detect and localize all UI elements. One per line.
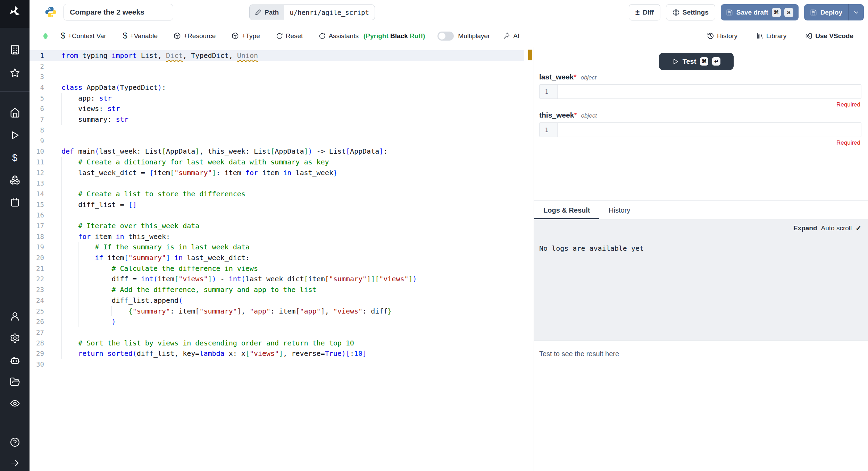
- add-type-button[interactable]: +Type: [232, 32, 260, 40]
- diff-button[interactable]: ± Diff: [629, 4, 660, 20]
- code-line[interactable]: [61, 71, 519, 82]
- code-lines[interactable]: from typing import List, Dict, TypedDict…: [61, 50, 519, 370]
- input-edit-area[interactable]: [558, 85, 861, 99]
- reset-button[interactable]: Reset: [276, 32, 303, 40]
- users-person-icon[interactable]: [0, 309, 30, 323]
- required-asterisk: *: [574, 111, 577, 119]
- topbar: Compare the 2 weeks Path u/henri/agile_s…: [30, 0, 868, 25]
- code-line[interactable]: # If the summary is in last_week data: [61, 242, 519, 252]
- code-line[interactable]: def main(last_week: List[AppData], this_…: [61, 146, 519, 157]
- tab-history[interactable]: History: [609, 201, 630, 220]
- line-number: 6: [30, 103, 44, 114]
- use-vscode-button[interactable]: Use VScode: [805, 32, 853, 40]
- dollar-icon: $: [123, 31, 127, 41]
- code-line[interactable]: diff_list.append(: [61, 295, 519, 306]
- pencil-icon: [255, 9, 261, 16]
- code-line[interactable]: [61, 210, 519, 221]
- line-number: 18: [30, 231, 44, 242]
- path-label-segment[interactable]: Path: [250, 5, 284, 20]
- workers-bot-icon[interactable]: [0, 353, 30, 367]
- audit-eye-icon[interactable]: [0, 396, 30, 410]
- last-week-json-input[interactable]: 1: [539, 84, 861, 99]
- variables-dollar-icon[interactable]: $: [0, 151, 30, 165]
- play-icon: [672, 58, 679, 65]
- schedules-calendar-icon[interactable]: [0, 195, 30, 209]
- test-button[interactable]: Test ⌘ ↵: [659, 53, 734, 70]
- save-draft-button[interactable]: Save draft ⌘ S: [721, 4, 799, 20]
- input-line-number: 1: [540, 123, 558, 137]
- code-line[interactable]: for item in this_week:: [61, 231, 519, 242]
- code-line[interactable]: # Sort the list by views in descending o…: [61, 338, 519, 349]
- input-edit-area[interactable]: [558, 123, 861, 137]
- code-line[interactable]: return sorted(diff_list, key=lambda x: x…: [61, 348, 519, 359]
- code-line[interactable]: summary: str: [61, 114, 519, 125]
- deploy-label: Deploy: [820, 9, 842, 16]
- folders-icon[interactable]: [0, 375, 30, 389]
- path-value[interactable]: u/henri/agile_script: [284, 5, 375, 20]
- gear-icon: [673, 9, 679, 16]
- code-editor[interactable]: 1234567891011121314151617181920212223242…: [30, 47, 533, 471]
- multiplayer-label: Multiplayer: [458, 32, 490, 40]
- pyright-status: Pyright: [366, 32, 388, 40]
- code-line[interactable]: [61, 178, 519, 189]
- windmill-logo-icon[interactable]: [0, 5, 30, 18]
- resources-boxes-icon[interactable]: [0, 173, 30, 187]
- code-line[interactable]: [61, 327, 519, 338]
- add-context-var-button[interactable]: $ +Context Var: [61, 31, 106, 41]
- line-number: 17: [30, 221, 44, 231]
- auto-scroll-toggle[interactable]: Auto scroll: [821, 224, 852, 232]
- code-line[interactable]: [61, 359, 519, 370]
- favorites-star-icon[interactable]: [0, 66, 30, 80]
- code-line[interactable]: [61, 61, 519, 72]
- code-line[interactable]: # Create a dictionary for last_week data…: [61, 157, 519, 168]
- line-number: 2: [30, 61, 44, 72]
- line-number: 15: [30, 199, 44, 210]
- add-variable-button[interactable]: $ +Variable: [123, 31, 158, 41]
- code-line[interactable]: # Calculate the difference in views: [61, 263, 519, 274]
- settings-gear-icon[interactable]: [0, 331, 30, 345]
- code-line[interactable]: diff = int(item["views"]) - int(last_wee…: [61, 274, 519, 284]
- deploy-dropdown-button[interactable]: [849, 4, 864, 20]
- ai-button[interactable]: AI: [503, 32, 519, 40]
- editor-toolbar: $ +Context Var $ +Variable +Resource +Ty…: [30, 25, 868, 47]
- code-line[interactable]: [61, 136, 519, 146]
- check-icon[interactable]: ✓: [856, 224, 861, 232]
- expand-button[interactable]: Expand: [793, 224, 817, 232]
- this-week-json-input[interactable]: 1: [539, 122, 861, 137]
- code-line[interactable]: # Create a list to store the differences: [61, 189, 519, 199]
- paren-close: ): [423, 32, 425, 40]
- script-title-input[interactable]: Compare the 2 weeks: [64, 4, 173, 20]
- code-line[interactable]: # Iterate over this_week data: [61, 221, 519, 231]
- history-button[interactable]: History: [707, 32, 737, 40]
- code-line[interactable]: ): [61, 316, 519, 327]
- code-line[interactable]: # Add the difference, summary and app to…: [61, 284, 519, 295]
- code-line[interactable]: {"summary": item["summary"], "app": item…: [61, 306, 519, 317]
- code-line[interactable]: [61, 125, 519, 136]
- deploy-button[interactable]: Deploy: [804, 4, 848, 20]
- add-resource-button[interactable]: +Resource: [174, 32, 216, 40]
- help-icon[interactable]: [0, 435, 30, 449]
- path-field[interactable]: Path u/henri/agile_script: [249, 5, 375, 20]
- settings-button[interactable]: Settings: [666, 4, 715, 20]
- assistants-button[interactable]: Assistants: [319, 32, 359, 40]
- code-line[interactable]: app: str: [61, 93, 519, 104]
- library-button[interactable]: Library: [756, 32, 786, 40]
- add-variable-label: +Variable: [130, 32, 158, 40]
- field-label-this-week: this_week*object: [539, 111, 597, 119]
- code-line[interactable]: last_week_dict = {item["summary"]: item …: [61, 168, 519, 178]
- code-line[interactable]: class AppData(TypedDict):: [61, 82, 519, 93]
- code-line[interactable]: if item["summary"] in last_week_dict:: [61, 252, 519, 263]
- multiplayer-toggle[interactable]: [437, 32, 454, 41]
- sidebar-divider: [0, 91, 30, 92]
- code-line[interactable]: views: str: [61, 103, 519, 114]
- line-number: 10: [30, 146, 44, 157]
- magic-wand-icon: [503, 32, 510, 40]
- code-line[interactable]: diff_list = []: [61, 199, 519, 210]
- runs-play-icon[interactable]: [0, 128, 30, 142]
- collapse-arrow-right-icon[interactable]: [0, 456, 30, 470]
- code-line[interactable]: from typing import List, Dict, TypedDict…: [61, 50, 519, 61]
- home-icon[interactable]: [0, 106, 30, 120]
- workspace-building-icon[interactable]: [0, 43, 30, 57]
- tab-logs-result[interactable]: Logs & Result: [543, 201, 590, 220]
- save-icon: [726, 9, 733, 16]
